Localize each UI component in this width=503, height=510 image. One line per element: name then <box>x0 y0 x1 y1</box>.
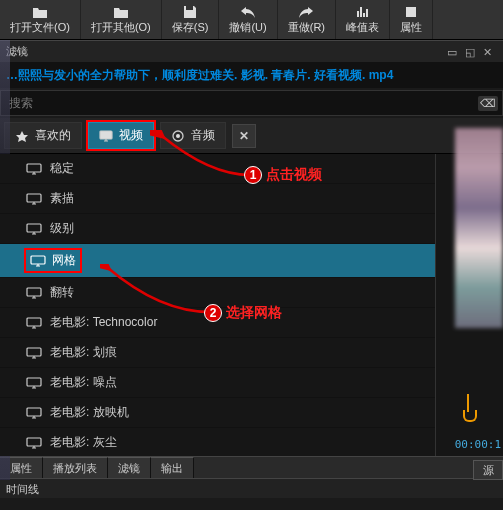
effect-item-7[interactable]: 老电影: 噪点 <box>0 368 435 398</box>
toolbar-label: 峰值表 <box>346 20 379 35</box>
timecode-display: 00:00:1 <box>455 438 501 451</box>
effect-label: 老电影: Technocolor <box>50 314 157 331</box>
current-file-title: …熙熙与发小的全力帮助下，顺利度过难关. 影视. 青春片. 好看视频. mp4 <box>0 63 503 88</box>
popout-icon[interactable]: ◱ <box>465 46 479 58</box>
filter-panel-header: 滤镜 ▭ ◱ ✕ <box>0 40 503 63</box>
dock-icon[interactable]: ▭ <box>447 46 461 58</box>
svg-rect-0 <box>100 131 112 139</box>
toolbar-label: 重做(R) <box>288 20 325 35</box>
open-file-button[interactable]: 打开文件(O) <box>0 0 81 39</box>
effect-label: 翻转 <box>50 284 74 301</box>
effect-item-1[interactable]: 素描 <box>0 184 435 214</box>
search-input[interactable] <box>5 94 478 112</box>
svg-rect-8 <box>27 318 41 326</box>
effect-item-4[interactable]: 翻转 <box>0 278 435 308</box>
effect-label: 老电影: 噪点 <box>50 374 117 391</box>
bottom-tab-filters[interactable]: 滤镜 <box>108 457 151 478</box>
search-clear-icon[interactable]: ⌫ <box>478 96 498 111</box>
toolbar-label: 保存(S) <box>172 20 209 35</box>
effect-item-5[interactable]: 老电影: Technocolor <box>0 308 435 338</box>
bottom-tab-output[interactable]: 输出 <box>151 457 194 478</box>
effect-item-3[interactable]: 网格 <box>0 244 435 278</box>
tab-video[interactable]: 视频 <box>88 122 154 149</box>
effect-label: 老电影: 灰尘 <box>50 434 117 451</box>
peak-table-button[interactable]: 峰值表 <box>336 0 390 39</box>
effect-item-2[interactable]: 级别 <box>0 214 435 244</box>
svg-rect-9 <box>27 348 41 356</box>
close-panel-icon[interactable]: ✕ <box>483 46 497 58</box>
svg-rect-7 <box>27 288 41 296</box>
tab-favorites[interactable]: 喜欢的 <box>4 122 82 149</box>
redo-button[interactable]: 重做(R) <box>278 0 336 39</box>
save-button[interactable]: 保存(S) <box>162 0 220 39</box>
bottom-tab-playlist[interactable]: 播放列表 <box>43 457 108 478</box>
toolbar-label: 打开文件(O) <box>10 20 70 35</box>
effect-item-6[interactable]: 老电影: 划痕 <box>0 338 435 368</box>
preview-thumbnail <box>455 128 503 328</box>
svg-rect-6 <box>31 256 45 264</box>
svg-rect-4 <box>27 194 41 202</box>
source-button[interactable]: 源 <box>473 460 503 480</box>
svg-rect-12 <box>27 438 41 446</box>
open-other-button[interactable]: 打开其他(O) <box>81 0 162 39</box>
toolbar-label: 属性 <box>400 20 422 35</box>
effect-item-8[interactable]: 老电影: 放映机 <box>0 398 435 428</box>
svg-rect-11 <box>27 408 41 416</box>
tab-label: 喜欢的 <box>35 127 71 144</box>
bottom-panel-tabs: 属性 播放列表 滤镜 输出 <box>0 456 503 478</box>
svg-rect-5 <box>27 224 41 232</box>
effect-label: 素描 <box>50 190 74 207</box>
effect-item-0[interactable]: 稳定 <box>0 154 435 184</box>
effect-item-9[interactable]: 老电影: 灰尘 <box>0 428 435 456</box>
filter-category-tabs: 喜欢的 视频 音频 ✕ <box>0 118 503 154</box>
effect-label: 网格 <box>52 252 76 269</box>
tab-label: 音频 <box>191 127 215 144</box>
tab-close-button[interactable]: ✕ <box>232 124 256 148</box>
search-bar: ⌫ <box>0 90 503 116</box>
main-toolbar: 打开文件(O) 打开其他(O) 保存(S) 撤销(U) 重做(R) 峰值表 属性 <box>0 0 503 40</box>
tab-label: 视频 <box>119 127 143 144</box>
svg-rect-3 <box>27 164 41 172</box>
timeline-marker[interactable] <box>463 394 473 422</box>
timeline-label: 时间线 <box>0 478 503 498</box>
svg-rect-10 <box>27 378 41 386</box>
undo-button[interactable]: 撤销(U) <box>219 0 277 39</box>
toolbar-label: 撤销(U) <box>229 20 266 35</box>
effect-label: 老电影: 放映机 <box>50 404 129 421</box>
effect-label: 级别 <box>50 220 74 237</box>
properties-button[interactable]: 属性 <box>390 0 433 39</box>
effect-label: 老电影: 划痕 <box>50 344 117 361</box>
toolbar-label: 打开其他(O) <box>91 20 151 35</box>
effect-label: 稳定 <box>50 160 74 177</box>
tab-audio[interactable]: 音频 <box>160 122 226 149</box>
svg-point-2 <box>176 134 180 138</box>
effects-list-container: 稳定素描级别网格翻转老电影: Technocolor老电影: 划痕老电影: 噪点… <box>0 154 503 456</box>
